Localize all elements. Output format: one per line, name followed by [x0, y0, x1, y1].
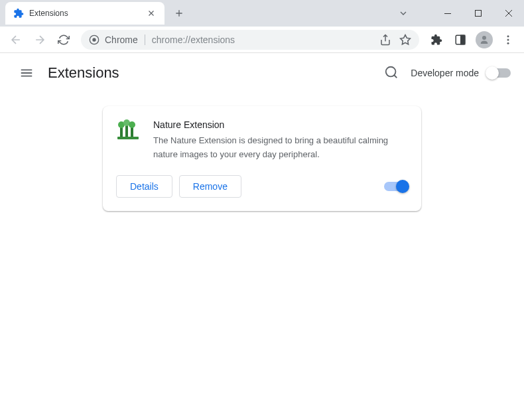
chrome-icon: [89, 35, 99, 45]
share-icon[interactable]: [379, 34, 391, 46]
puzzle-icon: [13, 8, 24, 19]
developer-mode-control: Developer mode: [411, 68, 511, 78]
svg-point-8: [507, 38, 509, 40]
close-tab-button[interactable]: [146, 8, 157, 19]
forward-button[interactable]: [29, 29, 50, 50]
extension-description: The Nature Extension is designed to brin…: [153, 134, 408, 162]
svg-point-3: [92, 38, 96, 41]
developer-mode-label: Developer mode: [411, 68, 479, 78]
extension-card: Nature Extension The Nature Extension is…: [103, 106, 421, 211]
svg-rect-17: [117, 137, 139, 139]
kebab-menu-icon[interactable]: [497, 29, 519, 50]
tab-title: Extensions: [29, 9, 141, 18]
window-controls: [387, 3, 524, 24]
address-prefix: Chrome: [105, 35, 145, 45]
chevron-down-icon[interactable]: [387, 8, 419, 19]
extension-enable-toggle[interactable]: [384, 182, 408, 191]
search-button[interactable]: [384, 65, 400, 81]
close-window-button[interactable]: [493, 3, 524, 24]
remove-button[interactable]: Remove: [179, 175, 241, 198]
hamburger-menu-button[interactable]: [13, 60, 40, 86]
extensions-header: Extensions Developer mode: [0, 53, 524, 93]
svg-rect-0: [444, 13, 451, 14]
developer-mode-toggle[interactable]: [487, 68, 511, 78]
browser-tab[interactable]: Extensions: [5, 2, 164, 25]
svg-point-16: [129, 121, 135, 128]
browser-toolbar: Chrome chrome://extensions: [0, 27, 524, 53]
extension-name: Nature Extension: [153, 119, 408, 130]
new-tab-button[interactable]: [170, 4, 188, 23]
reload-button[interactable]: [53, 29, 74, 50]
minimize-button[interactable]: [432, 3, 463, 24]
extensions-list: Nature Extension The Nature Extension is…: [0, 93, 524, 224]
svg-point-6: [482, 36, 486, 40]
avatar-icon: [476, 31, 493, 48]
svg-point-10: [386, 67, 396, 77]
address-bar[interactable]: Chrome chrome://extensions: [81, 30, 419, 50]
details-button[interactable]: Details: [116, 175, 172, 198]
bookmark-icon[interactable]: [399, 34, 411, 46]
svg-rect-5: [461, 35, 465, 44]
window-titlebar: Extensions: [0, 0, 524, 27]
maximize-button[interactable]: [463, 3, 493, 24]
svg-rect-1: [476, 11, 482, 17]
extensions-icon[interactable]: [426, 29, 447, 50]
svg-point-9: [507, 42, 509, 44]
profile-button[interactable]: [474, 29, 495, 50]
page-title: Extensions: [48, 64, 119, 82]
address-url: chrome://extensions: [152, 35, 235, 45]
sidepanel-icon[interactable]: [450, 29, 471, 50]
extension-icon: [116, 119, 140, 143]
svg-point-7: [507, 35, 509, 37]
back-button[interactable]: [5, 29, 27, 50]
